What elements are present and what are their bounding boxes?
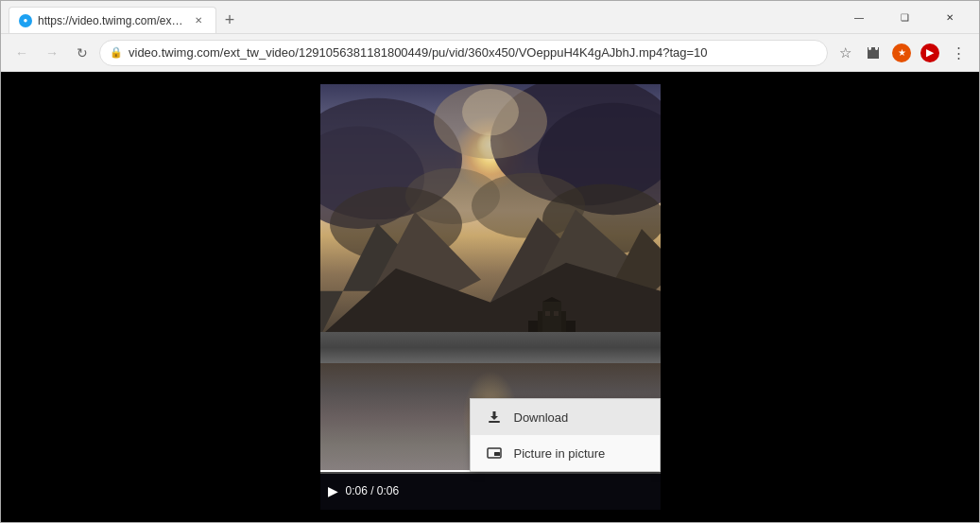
pip-icon: [486, 445, 503, 462]
ext-icon-red[interactable]: ▶: [917, 40, 943, 66]
context-menu-pip[interactable]: Picture in picture: [471, 435, 660, 471]
extension-orange: ★: [892, 44, 911, 62]
address-bar: ← → ↻ 🔒 video.twimg.com/ext_tw_video/129…: [1, 34, 979, 72]
new-tab-button[interactable]: +: [216, 7, 243, 33]
bookmark-icon[interactable]: ☆: [832, 40, 858, 66]
toolbar-icons: ☆ ★ ▶ ⋮: [832, 40, 971, 66]
browser-window: ● https://video.twimg.com/ext_tw... ✕ + …: [0, 0, 980, 523]
tab-favicon: ●: [19, 14, 32, 27]
context-menu-download[interactable]: Download: [471, 399, 660, 435]
menu-icon[interactable]: ⋮: [945, 40, 971, 66]
forward-button[interactable]: →: [39, 40, 65, 66]
minimize-button[interactable]: —: [837, 1, 881, 34]
page-content: ▶ 0:06 / 0:06 Download: [1, 72, 979, 522]
time-display: 0:06 / 0:06: [346, 484, 400, 497]
title-bar: ● https://video.twimg.com/ext_tw... ✕ + …: [1, 1, 979, 34]
svg-rect-22: [489, 421, 500, 423]
ext-icon-orange[interactable]: ★: [888, 40, 915, 66]
reload-button[interactable]: ↻: [69, 40, 95, 66]
tab-close-button[interactable]: ✕: [191, 13, 206, 28]
play-button[interactable]: ▶: [328, 483, 338, 498]
close-button[interactable]: ✕: [928, 1, 971, 34]
back-button[interactable]: ←: [9, 40, 35, 66]
url-bar[interactable]: 🔒 video.twimg.com/ext_tw_video/129105638…: [99, 40, 828, 66]
tab-title: https://video.twimg.com/ext_tw...: [38, 14, 185, 27]
extensions-icon[interactable]: [860, 40, 886, 66]
pool-area: [320, 332, 661, 363]
svg-point-5: [462, 89, 519, 135]
window-controls: — ❑ ✕: [837, 1, 971, 34]
svg-rect-24: [494, 452, 500, 456]
maximize-button[interactable]: ❑: [883, 1, 926, 34]
mountains: [320, 200, 661, 337]
context-menu: Download Picture in picture: [470, 398, 661, 472]
video-controls: ▶ 0:06 / 0:06: [320, 472, 661, 510]
svg-rect-20: [545, 311, 550, 316]
url-text: video.twimg.com/ext_tw_video/12910563811…: [129, 45, 817, 60]
pip-label: Picture in picture: [514, 446, 606, 461]
video-player[interactable]: ▶ 0:06 / 0:06 Download: [320, 84, 661, 510]
lock-icon: 🔒: [110, 46, 123, 59]
active-tab[interactable]: ● https://video.twimg.com/ext_tw... ✕: [9, 7, 216, 33]
svg-rect-21: [554, 311, 559, 316]
extension-red: ▶: [920, 44, 939, 62]
download-label: Download: [514, 410, 569, 425]
download-icon: [486, 409, 503, 426]
svg-marker-19: [542, 297, 561, 302]
tab-area: ● https://video.twimg.com/ext_tw... ✕ +: [9, 1, 826, 33]
